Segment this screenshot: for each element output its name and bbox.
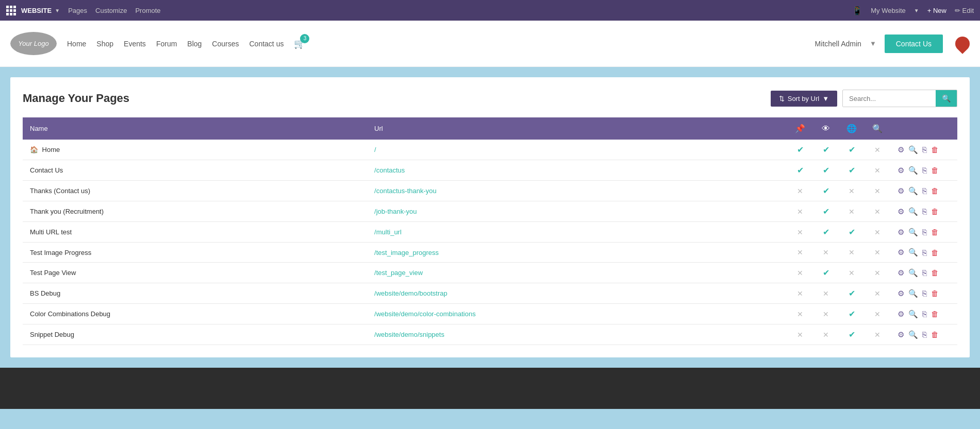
page-url[interactable]: / xyxy=(367,140,787,160)
search-action-icon[interactable]: 🔍 xyxy=(908,145,918,155)
sort-button[interactable]: ⇅ Sort by Url ▼ xyxy=(771,91,837,107)
copy-action-icon[interactable]: ⎘ xyxy=(922,310,927,318)
pin-status: ✕ xyxy=(787,304,813,324)
search-action-icon[interactable]: 🔍 xyxy=(908,330,918,339)
gear-action-icon[interactable]: ⚙ xyxy=(898,145,904,155)
delete-action-icon[interactable]: 🗑 xyxy=(931,310,939,318)
copy-action-icon[interactable]: ⎘ xyxy=(922,207,927,216)
copy-action-icon[interactable]: ⎘ xyxy=(922,289,927,298)
search-action-icon[interactable]: 🔍 xyxy=(908,248,918,257)
delete-action-icon[interactable]: 🗑 xyxy=(931,330,939,339)
search-action-icon[interactable]: 🔍 xyxy=(908,166,918,175)
page-url[interactable]: /test_page_view xyxy=(367,263,787,283)
sort-arrows-icon: ⇅ xyxy=(779,95,785,102)
search-status: ✕ xyxy=(865,201,890,222)
nav-contact-us[interactable]: Contact us xyxy=(250,40,284,48)
globe-status: ✔ xyxy=(839,283,865,304)
delete-action-icon[interactable]: 🗑 xyxy=(931,207,939,216)
gear-action-icon[interactable]: ⚙ xyxy=(898,248,904,257)
page-url[interactable]: /job-thank-you xyxy=(367,201,787,222)
eye-status: ✔ xyxy=(813,263,839,283)
my-website-caret: ▼ xyxy=(914,8,919,13)
eye-status: ✔ xyxy=(813,201,839,222)
copy-action-icon[interactable]: ⎘ xyxy=(922,166,927,175)
delete-action-icon[interactable]: 🗑 xyxy=(931,166,939,175)
search-action-icon[interactable]: 🔍 xyxy=(908,310,918,319)
eye-status: ✕ xyxy=(813,324,839,345)
gear-action-icon[interactable]: ⚙ xyxy=(898,186,904,196)
page-url[interactable]: /test_image_progress xyxy=(367,243,787,263)
delete-action-icon[interactable]: 🗑 xyxy=(931,186,939,195)
search-action-icon[interactable]: 🔍 xyxy=(908,207,918,216)
nav-courses[interactable]: Courses xyxy=(212,40,239,48)
check-icon: ✔ xyxy=(849,310,855,318)
gear-action-icon[interactable]: ⚙ xyxy=(898,228,904,237)
eye-status: ✕ xyxy=(813,283,839,304)
globe-status: ✔ xyxy=(839,160,865,181)
search-action-icon[interactable]: 🔍 xyxy=(908,268,918,278)
footer-dark xyxy=(0,368,980,409)
page-url[interactable]: /website/demo/bootstrap xyxy=(367,283,787,304)
page-url[interactable]: /website/demo/color-combinations xyxy=(367,304,787,324)
delete-action-icon[interactable]: 🗑 xyxy=(931,228,939,236)
contact-us-button[interactable]: Contact Us xyxy=(885,35,943,53)
x-icon: ✕ xyxy=(849,208,855,216)
nav-blog[interactable]: Blog xyxy=(187,40,202,48)
nav-right: Mitchell Admin ▼ Contact Us xyxy=(815,35,970,53)
promote-nav[interactable]: Promote xyxy=(135,7,160,14)
x-icon: ✕ xyxy=(849,187,855,195)
logo-oval: Your Logo xyxy=(10,32,57,55)
x-icon: ✕ xyxy=(797,208,803,216)
water-drop-icon xyxy=(952,33,973,54)
gear-action-icon[interactable]: ⚙ xyxy=(898,268,904,278)
delete-action-icon[interactable]: 🗑 xyxy=(931,145,939,154)
copy-action-icon[interactable]: ⎘ xyxy=(922,248,927,257)
pages-nav[interactable]: Pages xyxy=(68,7,87,14)
delete-action-icon[interactable]: 🗑 xyxy=(931,268,939,277)
page-url[interactable]: /website/demo/snippets xyxy=(367,324,787,345)
copy-action-icon[interactable]: ⎘ xyxy=(922,186,927,195)
copy-action-icon[interactable]: ⎘ xyxy=(922,145,927,154)
globe-status: ✕ xyxy=(839,263,865,283)
x-icon: ✕ xyxy=(874,289,881,298)
eye-status: ✕ xyxy=(813,304,839,324)
nav-shop[interactable]: Shop xyxy=(96,40,113,48)
search-button[interactable]: 🔍 xyxy=(936,90,957,107)
gear-action-icon[interactable]: ⚙ xyxy=(898,310,904,319)
search-action-icon[interactable]: 🔍 xyxy=(908,228,918,237)
mobile-icon[interactable]: 📱 xyxy=(852,6,862,15)
copy-action-icon[interactable]: ⎘ xyxy=(922,228,927,236)
gear-action-icon[interactable]: ⚙ xyxy=(898,289,904,298)
main-content: Manage Your Pages ⇅ Sort by Url ▼ 🔍 Name… xyxy=(0,67,980,368)
search-action-icon[interactable]: 🔍 xyxy=(908,186,918,196)
delete-action-icon[interactable]: 🗑 xyxy=(931,248,939,257)
gear-action-icon[interactable]: ⚙ xyxy=(898,166,904,175)
copy-action-icon[interactable]: ⎘ xyxy=(922,268,927,277)
cart-badge[interactable]: 🛒 3 xyxy=(294,38,305,49)
page-url[interactable]: /multi_url xyxy=(367,222,787,243)
gear-action-icon[interactable]: ⚙ xyxy=(898,207,904,216)
sort-caret: ▼ xyxy=(822,95,829,102)
page-url[interactable]: /contactus xyxy=(367,160,787,181)
customize-nav[interactable]: Customize xyxy=(95,7,127,14)
edit-button[interactable]: ✏ Edit xyxy=(955,7,974,14)
x-icon: ✕ xyxy=(874,310,881,318)
copy-action-icon[interactable]: ⎘ xyxy=(922,330,927,339)
home-icon: 🏠 xyxy=(30,146,38,153)
website-logo[interactable]: WEBSITE ▼ xyxy=(6,6,60,15)
x-icon: ✕ xyxy=(874,146,881,154)
nav-forum[interactable]: Forum xyxy=(156,40,177,48)
nav-events[interactable]: Events xyxy=(124,40,146,48)
my-website-label[interactable]: My Website xyxy=(871,7,906,14)
page-url[interactable]: /contactus-thank-you xyxy=(367,181,787,201)
nav-home[interactable]: Home xyxy=(67,40,86,48)
admin-name[interactable]: Mitchell Admin xyxy=(815,40,861,48)
pin-status: ✕ xyxy=(787,283,813,304)
search-action-icon[interactable]: 🔍 xyxy=(908,289,918,298)
new-button[interactable]: + New xyxy=(927,7,946,14)
pages-table: Name Url 📌 👁 🌐 🔍 🏠 Home / ✔ ✔ ✔ ✕ ⚙ 🔍 ⎘ xyxy=(23,117,957,345)
logo-box[interactable]: Your Logo xyxy=(10,32,57,55)
delete-action-icon[interactable]: 🗑 xyxy=(931,289,939,298)
gear-action-icon[interactable]: ⚙ xyxy=(898,330,904,339)
search-input[interactable] xyxy=(843,91,936,107)
